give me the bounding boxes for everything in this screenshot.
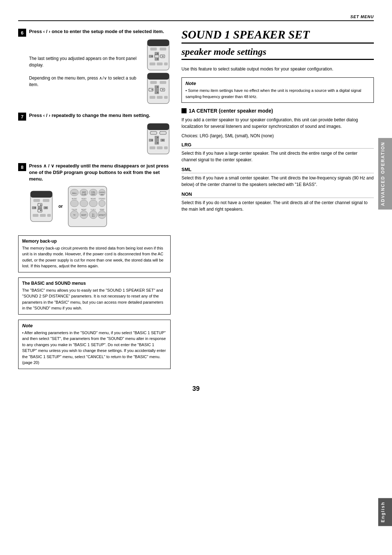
top-header: SET MENU — [18, 15, 374, 21]
svg-rect-17 — [147, 73, 169, 80]
svg-rect-19 — [160, 81, 166, 84]
svg-rect-49 — [30, 191, 52, 198]
note-right-title: Note — [185, 81, 370, 86]
svg-text:TV/LFE: TV/LFE — [72, 209, 77, 211]
svg-rect-25 — [150, 96, 155, 99]
svg-rect-9 — [150, 62, 155, 65]
step-8: 8 Press ∧ / ∨ repeatedly until the menu … — [18, 163, 171, 227]
svg-rect-50 — [33, 199, 40, 202]
svg-text:▲: ▲ — [156, 52, 159, 54]
step-8-header: 8 Press ∧ / ∨ repeatedly until the menu … — [18, 163, 171, 183]
svg-rect-41 — [150, 146, 155, 149]
svg-text:TV: TV — [73, 214, 75, 216]
step-7-header: 7 Press ‹ / › repeatedly to change the m… — [18, 112, 171, 121]
note-left-box: Note • After altering parameters in the … — [18, 320, 171, 369]
svg-rect-33 — [147, 123, 169, 130]
sml-body: Select this if you have a small center s… — [181, 175, 374, 188]
section-1a-body: If you add a center speaker to your spea… — [181, 117, 374, 130]
memory-backup-box: Memory back-up The memory back-up circui… — [18, 235, 171, 272]
svg-text:CON-: CON- — [91, 191, 95, 193]
step-8-title: Press ∧ / ∨ repeatedly until the menu di… — [29, 163, 171, 183]
svg-rect-26 — [157, 96, 163, 99]
memory-backup-text: The memory back-up circuit prevents the … — [22, 245, 167, 269]
svg-text:CLUB: CLUB — [82, 194, 86, 195]
svg-rect-18 — [150, 81, 157, 84]
choices-line: Choices: LRG (large), SML (small), NON (… — [181, 133, 374, 138]
step-6-body: The last setting you adjusted appears on… — [29, 39, 171, 104]
svg-text:/6.1: /6.1 — [92, 215, 95, 217]
step-6-images: ▲ ◄ ► ▼ — [146, 39, 171, 104]
svg-text:▲: ▲ — [156, 85, 159, 88]
svg-text:STEREO: STEREO — [99, 198, 106, 200]
basic-sound-box: The BASIC and SOUND menus The "BASIC" me… — [18, 278, 171, 315]
svg-rect-57 — [33, 214, 38, 217]
page-container: SET MENU 6 Press ‹ / › once to enter the… — [0, 0, 392, 555]
or-label: or — [58, 203, 63, 210]
step-7-body: ▲ ◄ ► ▼ — [29, 123, 171, 155]
english-tab: English — [378, 498, 392, 526]
svg-text:NIGHT: NIGHT — [81, 214, 86, 216]
svg-text:◄: ◄ — [34, 206, 36, 209]
step-6: 6 Press ‹ / › once to enter the setup mo… — [18, 28, 171, 104]
svg-rect-10 — [157, 62, 163, 65]
advanced-operation-tab: ADVANCED OPERATION — [378, 138, 392, 210]
lrg-heading: LRG — [181, 142, 374, 149]
svg-text:◄: ◄ — [151, 88, 153, 91]
svg-rect-3 — [160, 48, 166, 50]
step-8-body: ▲ ◄ ► ▼ or HALL JAZ — [29, 186, 171, 227]
step-7-title: Press ‹ / › repeatedly to change the men… — [29, 112, 150, 119]
sound-main-title: SOUND 1 SPEAKER SET — [181, 28, 374, 44]
svg-text:▲: ▲ — [40, 203, 42, 206]
note-right-text: • Some menu item settings have no effect… — [185, 88, 370, 100]
left-column: 6 Press ‹ / › once to enter the setup mo… — [18, 28, 171, 374]
step-6-with-image: The last setting you adjusted appears on… — [29, 39, 171, 104]
basic-sound-text: The "BASIC" menu allows you to easily se… — [22, 287, 167, 311]
sml-heading: SML — [181, 167, 374, 173]
svg-text:►: ► — [162, 139, 164, 141]
step-8-images: ▲ ◄ ► ▼ or HALL JAZ — [29, 186, 171, 227]
choices-text: Choices: LRG (large), SML (small), NON (… — [181, 133, 274, 138]
note-left-text: • After altering parameters in the "SOUN… — [22, 330, 167, 366]
step-6-header: 6 Press ‹ / › once to enter the setup mo… — [18, 28, 171, 37]
svg-text:HALL: HALL — [72, 192, 77, 194]
svg-text:►: ► — [162, 55, 164, 57]
step-8-number: 8 — [18, 163, 26, 171]
step-7-with-image: ▲ ◄ ► ▼ — [29, 123, 171, 155]
note-left-title: Note — [22, 323, 167, 328]
remote-svg-3: ▲ ◄ ► ▼ — [146, 123, 171, 155]
remote-svg-2: ▲ ◄ ► ▼ — [146, 72, 171, 104]
remote-svg-4: ▲ ◄ ► ▼ — [29, 190, 54, 222]
svg-text:ENTER: ENTER — [99, 191, 105, 193]
svg-text:◄: ◄ — [151, 139, 153, 141]
svg-text:MOVIE: MOVIE — [91, 198, 96, 200]
step-6-number: 6 — [18, 29, 26, 37]
basic-sound-title: The BASIC and SOUND menus — [22, 281, 167, 286]
svg-text:NIGHT: NIGHT — [81, 209, 86, 211]
memory-backup-title: Memory back-up — [22, 239, 167, 244]
step-6-text: The last setting you adjusted appears on… — [29, 55, 142, 88]
svg-text:►: ► — [162, 88, 164, 91]
svg-rect-11 — [164, 62, 168, 65]
section-square-icon — [181, 108, 187, 113]
svg-text:▲: ▲ — [156, 136, 159, 138]
svg-rect-83 — [99, 200, 105, 207]
header-label: SET MENU — [350, 15, 374, 19]
svg-rect-22 — [155, 88, 159, 91]
svg-text:▼: ▼ — [156, 91, 159, 94]
english-tab-text: English — [380, 502, 385, 522]
dsp-remote-svg: HALL JAZZ CLUB CON- CERT ENTER TAIN MUSI… — [68, 186, 107, 227]
svg-rect-43 — [164, 146, 168, 149]
svg-rect-1 — [147, 40, 169, 46]
step-6-body2: Depending on the menu item, press ∧/∨ to… — [29, 75, 142, 88]
svg-rect-38 — [155, 139, 159, 142]
svg-rect-51 — [43, 199, 49, 202]
svg-rect-59 — [47, 214, 51, 217]
svg-text:◄: ◄ — [151, 55, 153, 57]
main-content: 6 Press ‹ / › once to enter the setup mo… — [18, 28, 374, 374]
svg-text:►: ► — [45, 206, 48, 209]
step-6-title: Press ‹ / › once to enter the setup mode… — [29, 28, 164, 35]
right-column: SOUND 1 SPEAKER SET speaker mode setting… — [181, 28, 374, 374]
step-7: 7 Press ‹ / › repeatedly to change the m… — [18, 112, 171, 155]
non-body: Select this if you do not have a center … — [181, 199, 374, 212]
page-number: 39 — [18, 385, 374, 393]
